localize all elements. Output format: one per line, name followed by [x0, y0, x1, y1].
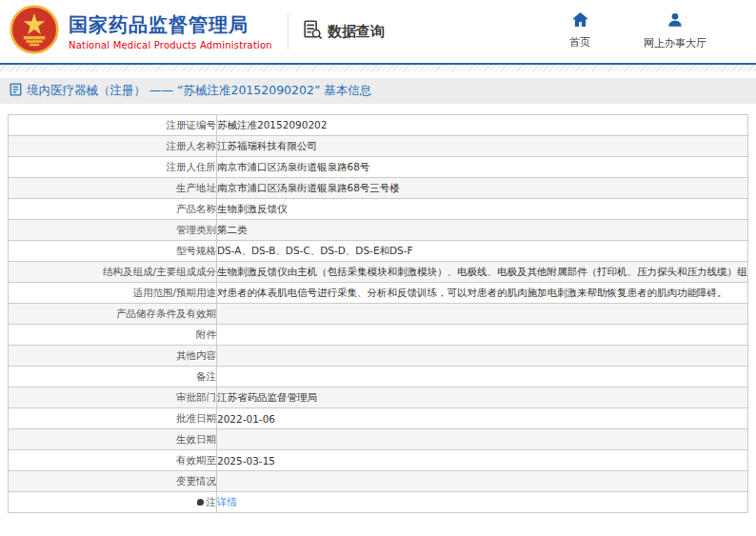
table-row: 附件 — [9, 325, 748, 346]
row-value — [217, 429, 748, 450]
row-value: DS-A、DS-B、DS-C、DS-D、DS-E和DS-F — [217, 241, 748, 262]
row-label: 注册证编号 — [9, 115, 217, 136]
row-label: 批准日期 — [9, 408, 217, 429]
header-hatch-band — [0, 65, 756, 71]
table-row: 注册人名称 江苏福瑞科技有限公司 — [9, 136, 748, 157]
user-icon — [667, 12, 683, 36]
row-value — [217, 367, 748, 387]
row-label: 注册人住所 — [9, 157, 217, 178]
row-label: 适用范围/预期用途 — [9, 283, 217, 304]
row-label: 注 — [9, 492, 217, 513]
row-label: 结构及组成/主要组成成分 — [9, 262, 217, 283]
row-value: 2025-03-15 — [217, 450, 748, 471]
row-value — [217, 346, 748, 367]
row-label: 审批部门 — [9, 387, 217, 408]
row-label: 型号规格 — [9, 241, 217, 262]
row-value — [217, 325, 748, 346]
row-label: 注册人名称 — [9, 136, 217, 157]
detail-link[interactable]: 详情 — [217, 496, 237, 507]
row-label: 生产地址 — [9, 178, 217, 199]
national-emblem-logo — [10, 5, 59, 58]
table-row: 结构及组成/主要组成成分 生物刺激反馈仪由主机（包括采集模块和刺激模块）、电极线… — [9, 262, 748, 283]
home-icon — [572, 12, 588, 35]
table-row: 其他内容 — [9, 346, 748, 367]
table-row: 审批部门 江苏省药品监督管理局 — [9, 387, 748, 408]
org-name-block: 国家药品监督管理局 National Medical Products Admi… — [69, 13, 272, 50]
row-value: 江苏省药品监督管理局 — [217, 387, 748, 408]
info-table-body: 注册证编号 苏械注准20152090202 注册人名称 江苏福瑞科技有限公司 注… — [9, 115, 748, 513]
row-value — [217, 304, 748, 325]
table-row: 有效期至 2025-03-15 — [9, 450, 748, 471]
table-row: 产品储存条件及有效期 — [9, 304, 748, 325]
nav-home-label: 首页 — [569, 35, 590, 50]
row-label: 产品储存条件及有效期 — [9, 304, 217, 325]
row-label: 其他内容 — [9, 346, 217, 367]
registration-info-table: 注册证编号 苏械注准20152090202 注册人名称 江苏福瑞科技有限公司 注… — [8, 114, 748, 513]
row-label: 产品名称 — [9, 199, 217, 220]
row-value: 详情 — [217, 492, 748, 513]
site-header: 国家药品监督管理局 National Medical Products Admi… — [0, 0, 756, 63]
table-row: 产品名称 生物刺激反馈仪 — [9, 199, 748, 220]
table-row: 注 详情 — [9, 492, 748, 513]
row-label: 有效期至 — [9, 450, 217, 471]
row-label: 管理类别 — [9, 220, 217, 241]
table-row: 适用范围/预期用途 对患者的体表肌电信号进行采集、分析和反馈训练，可以对患者的肌… — [9, 283, 748, 304]
data-query-section[interactable]: 数据查询 — [302, 19, 385, 44]
row-value: 2022-01-06 — [217, 408, 748, 429]
table-row: 管理类别 第二类 — [9, 220, 748, 241]
table-row: 生产地址 南京市浦口区汤泉街道银泉路68号三号楼 — [9, 178, 748, 199]
table-row: 注册证编号 苏械注准20152090202 — [9, 115, 748, 136]
table-row: 注册人住所 南京市浦口区汤泉街道银泉路68号 — [9, 157, 748, 178]
data-query-icon — [302, 19, 328, 44]
row-label: 附件 — [9, 325, 217, 346]
org-name-cn: 国家药品监督管理局 — [69, 13, 272, 36]
table-row: 备注 — [9, 367, 748, 387]
org-name-en: National Medical Products Administration — [69, 40, 272, 50]
document-icon — [10, 82, 27, 100]
table-row: 批准日期 2022-01-06 — [9, 408, 748, 429]
note-icon — [197, 499, 204, 506]
header-divider — [288, 13, 288, 50]
row-value: 苏械注准20152090202 — [217, 115, 748, 136]
row-value: 南京市浦口区汤泉街道银泉路68号三号楼 — [217, 178, 748, 199]
row-label: 变更情况 — [9, 471, 217, 492]
table-row: 生效日期 — [9, 429, 748, 450]
data-query-label: 数据查询 — [328, 23, 385, 41]
nav-item-service-hall[interactable]: 网上办事大厅 — [644, 12, 706, 50]
table-row: 变更情况 — [9, 471, 748, 492]
row-value: 对患者的体表肌电信号进行采集、分析和反馈训练，可以对患者的肌肉施加电刺激来帮助恢… — [217, 283, 748, 304]
page-title-bar: 境内医疗器械（注册） —— “苏械注准20152090202” 基本信息 — [0, 78, 756, 104]
row-value: 第二类 — [217, 220, 748, 241]
nav-item-home[interactable]: 首页 — [569, 12, 590, 50]
page-title: 境内医疗器械（注册） —— “苏械注准20152090202” 基本信息 — [27, 83, 371, 99]
table-row: 型号规格 DS-A、DS-B、DS-C、DS-D、DS-E和DS-F — [9, 241, 748, 262]
row-value: 江苏福瑞科技有限公司 — [217, 136, 748, 157]
row-label: 生效日期 — [9, 429, 217, 450]
row-label: 备注 — [9, 367, 217, 387]
row-value: 生物刺激反馈仪 — [217, 199, 748, 220]
row-value: 南京市浦口区汤泉街道银泉路68号 — [217, 157, 748, 178]
row-value: 生物刺激反馈仪由主机（包括采集模块和刺激模块）、电极线、电极及其他附属部件（打印… — [217, 262, 748, 283]
row-value — [217, 471, 748, 492]
registration-info-table-wrap: 注册证编号 苏械注准20152090202 注册人名称 江苏福瑞科技有限公司 注… — [8, 114, 748, 513]
top-nav: 首页 网上办事大厅 — [569, 12, 706, 50]
nav-service-hall-label: 网上办事大厅 — [644, 36, 706, 50]
